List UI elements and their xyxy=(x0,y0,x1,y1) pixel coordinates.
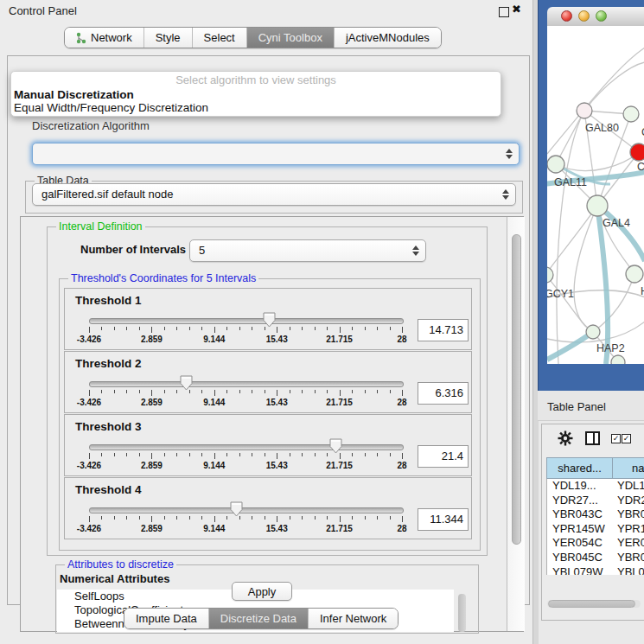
tab-jactivemnodules[interactable]: jActiveMNodules xyxy=(334,28,441,48)
cell-shared-name[interactable]: YBL079W xyxy=(547,565,613,575)
close-icon[interactable]: ✖ xyxy=(512,3,521,16)
table-row[interactable]: YDL19...YDL1 xyxy=(547,479,644,494)
table-data-select[interactable]: galFiltered.sif default node xyxy=(32,183,516,206)
control-panel-titlebar: Control Panel ✖ xyxy=(0,0,532,22)
table-row[interactable]: YBR045CYBR0 xyxy=(547,551,644,565)
gear-icon[interactable] xyxy=(558,430,573,446)
minimize-traffic-light-icon[interactable] xyxy=(578,10,590,22)
table-row[interactable]: YPR145WYPR1 xyxy=(547,522,644,537)
cell-name[interactable]: YPR1 xyxy=(613,522,644,535)
tick-label: 28 xyxy=(397,398,406,407)
cell-name[interactable]: YBR0 xyxy=(613,507,644,520)
cell-name[interactable]: YDL1 xyxy=(613,479,644,492)
tick-label: -3.426 xyxy=(77,398,101,407)
network-node[interactable] xyxy=(630,143,644,161)
slider-track[interactable] xyxy=(89,318,404,324)
table-row[interactable]: YDR27...YDR2 xyxy=(547,494,644,508)
table-row[interactable]: YBL079WYBL0 xyxy=(547,565,644,575)
column-header-name[interactable]: name xyxy=(612,457,644,479)
network-node[interactable] xyxy=(547,156,564,173)
cell-name[interactable]: YBR0 xyxy=(613,551,644,564)
threshold-value-field[interactable]: 6.316 xyxy=(418,382,469,405)
tick-label: 9.144 xyxy=(203,461,225,470)
slider-track[interactable] xyxy=(89,444,404,450)
cell-name[interactable]: YDR2 xyxy=(613,494,644,507)
cell-shared-name[interactable]: YBR045C xyxy=(547,551,613,564)
threshold-panel: Threshold 3-3.4262.8599.14415.4321.71528… xyxy=(64,414,472,476)
network-window: GAL80GACGAL11GAL4GCY1HHAP2 xyxy=(538,0,644,391)
table-row[interactable]: YBR043CYBR0 xyxy=(547,507,644,522)
cell-shared-name[interactable]: YDL19... xyxy=(547,479,613,492)
tab-discretize-data[interactable]: Discretize Data xyxy=(208,609,308,628)
tab-cyni-toolbox[interactable]: Cyni Toolbox xyxy=(246,28,334,48)
network-edge xyxy=(574,206,597,332)
number-of-intervals-select[interactable]: 5 xyxy=(189,239,426,262)
tab-select[interactable]: Select xyxy=(192,28,246,48)
apply-button[interactable]: Apply xyxy=(232,582,292,601)
attributes-list-scrollbar[interactable] xyxy=(458,594,466,632)
slider-thumb[interactable] xyxy=(180,375,193,391)
tick-label: -3.426 xyxy=(77,524,101,533)
horizontal-scrollbar[interactable] xyxy=(547,600,641,608)
close-traffic-light-icon[interactable] xyxy=(561,10,572,22)
tab-impute-data[interactable]: Impute Data xyxy=(124,609,208,628)
table-panel: ✓ ✓ shared... name YDL19...YDL1YDR27...Y… xyxy=(541,424,644,621)
algorithm-option[interactable]: Equal Width/Frequency Discretization xyxy=(14,101,208,114)
table-panel-title: Table Panel xyxy=(547,400,606,413)
threshold-value-field[interactable]: 21.4 xyxy=(418,445,469,468)
slider-thumb[interactable] xyxy=(329,438,342,454)
slider-ticks: -3.4262.8599.14415.4321.71528 xyxy=(89,327,402,335)
horizontal-scrollbar-thumb[interactable] xyxy=(548,600,635,608)
cell-shared-name[interactable]: YDR27... xyxy=(547,494,613,507)
cell-shared-name[interactable]: YBR043C xyxy=(547,507,613,520)
algorithm-option[interactable]: Manual Discretization xyxy=(14,88,134,101)
network-node[interactable] xyxy=(586,325,600,339)
cell-shared-name[interactable]: YPR145W xyxy=(547,522,613,535)
network-node[interactable] xyxy=(623,106,639,122)
network-node[interactable] xyxy=(577,103,592,118)
threshold-value-field[interactable]: 14.713 xyxy=(418,319,469,341)
tick-label: 2.859 xyxy=(141,335,163,344)
tab-infer-network[interactable]: Infer Network xyxy=(308,609,398,628)
bottom-tab-bar: Impute DataDiscretize DataInfer Network xyxy=(124,608,399,629)
checkbox-checked-icon[interactable]: ✓ xyxy=(611,434,621,443)
zoom-traffic-light-icon[interactable] xyxy=(596,10,607,22)
table-rows: YDL19...YDL1YDR27...YDR2YBR043CYBR0YPR14… xyxy=(546,479,644,575)
tick-label: 9.144 xyxy=(203,335,225,344)
cell-shared-name[interactable]: YER054C xyxy=(547,536,613,549)
vertical-scrollbar-thumb[interactable] xyxy=(512,234,521,545)
split-column-icon[interactable] xyxy=(585,431,600,445)
tick-label: 2.859 xyxy=(141,524,163,533)
slider-thumb[interactable] xyxy=(263,312,276,328)
checkbox-checked-icon[interactable]: ✓ xyxy=(622,434,631,443)
table-row[interactable]: YER054CYER0 xyxy=(547,536,644,551)
number-of-intervals-value: 5 xyxy=(199,244,205,257)
cell-name[interactable]: YER0 xyxy=(613,536,644,549)
network-node[interactable] xyxy=(587,195,608,216)
slider-track[interactable] xyxy=(89,381,404,387)
algorithm-dropdown-popup: Select algorithm to view settings Manual… xyxy=(10,71,501,117)
threshold-label: Threshold 3 xyxy=(75,420,142,433)
float-window-icon[interactable] xyxy=(499,7,509,17)
network-edge xyxy=(547,206,597,275)
slider-thumb[interactable] xyxy=(230,501,243,517)
tab-style[interactable]: Style xyxy=(143,28,192,48)
cell-name[interactable]: YBL0 xyxy=(613,565,644,575)
vertical-scrollbar[interactable] xyxy=(507,217,525,631)
algorithm-select[interactable] xyxy=(32,143,520,165)
tick-label: 21.715 xyxy=(326,335,353,344)
network-window-titlebar[interactable] xyxy=(547,7,644,27)
interval-definition-title: Interval Definition xyxy=(56,220,145,233)
tick-label: 21.715 xyxy=(326,398,353,407)
network-node[interactable] xyxy=(626,265,643,283)
threshold-value-field[interactable]: 11.344 xyxy=(418,508,469,531)
slider-track[interactable] xyxy=(89,507,404,513)
network-node[interactable] xyxy=(611,355,625,364)
network-node[interactable] xyxy=(547,267,553,283)
tab-network[interactable]: Network xyxy=(65,28,143,48)
tick-label: 2.859 xyxy=(141,461,163,470)
tick-label: 28 xyxy=(397,335,406,344)
network-canvas[interactable]: GAL80GACGAL11GAL4GCY1HHAP2 xyxy=(547,26,644,364)
column-header-shared-name[interactable]: shared... xyxy=(546,457,613,479)
network-edge xyxy=(547,48,644,154)
